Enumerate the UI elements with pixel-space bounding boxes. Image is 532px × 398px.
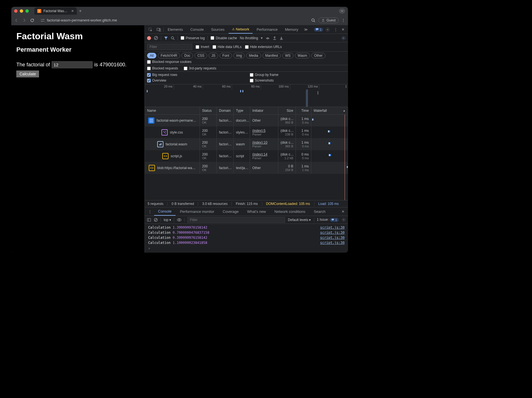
- more-menu-icon[interactable]: ⋮: [332, 26, 339, 33]
- chevron-down-icon[interactable]: ▾: [261, 36, 263, 40]
- calculate-button[interactable]: Calculate: [16, 71, 39, 77]
- col-status[interactable]: Status: [200, 107, 217, 114]
- tab-overflow-button[interactable]: [339, 8, 345, 14]
- browser-tab[interactable]: f Factorial Wasm (permanent \ ✕: [34, 7, 77, 15]
- console-prompt[interactable]: ›: [147, 245, 346, 252]
- tab-sources[interactable]: Sources: [208, 26, 228, 33]
- chip-img[interactable]: Img: [233, 53, 245, 58]
- profile-button[interactable]: Guest: [318, 18, 339, 23]
- factorial-input[interactable]: [52, 61, 93, 68]
- context-select[interactable]: top ▾: [164, 218, 171, 222]
- minimize-window-button[interactable]: [20, 9, 23, 13]
- col-waterfall[interactable]: Waterfall▲: [311, 107, 348, 114]
- chip-all[interactable]: All: [147, 53, 156, 58]
- export-har-icon[interactable]: [273, 36, 277, 40]
- table-row[interactable]: blob:https://factorial-wa… 200OK factori…: [145, 162, 348, 174]
- log-source-link[interactable]: script.js:30: [320, 236, 345, 240]
- screenshots-checkbox[interactable]: Screenshots: [250, 78, 346, 82]
- chip-font[interactable]: Font: [220, 53, 232, 58]
- network-filter-input[interactable]: [147, 44, 192, 50]
- tab-elements[interactable]: Elements: [164, 26, 186, 33]
- timeline-overview[interactable]: 20 ms 40 ms 60 ms 80 ms 100 ms 120 ms 1: [145, 84, 348, 107]
- blocked-requests-checkbox[interactable]: Blocked requests: [147, 66, 178, 70]
- log-source-link[interactable]: script.js:30: [320, 231, 345, 235]
- live-expression-icon[interactable]: [177, 218, 181, 222]
- chip-fetch[interactable]: Fetch/XHR: [158, 53, 180, 58]
- col-domain[interactable]: Domain: [217, 107, 234, 114]
- drawer-tab-whatsnew[interactable]: What's new: [243, 208, 270, 215]
- maximize-window-button[interactable]: [25, 9, 29, 13]
- blocked-cookies-checkbox[interactable]: Blocked response cookies: [147, 60, 191, 64]
- console-settings-icon[interactable]: [341, 218, 346, 222]
- zoom-icon[interactable]: [311, 18, 316, 23]
- console-sidebar-icon[interactable]: [147, 218, 151, 222]
- chip-doc[interactable]: Doc: [181, 53, 193, 58]
- drawer-menu-icon[interactable]: ⋮: [146, 208, 154, 215]
- device-toolbar-icon[interactable]: [155, 26, 163, 33]
- close-devtools-icon[interactable]: ✕: [340, 26, 346, 33]
- preserve-log-checkbox[interactable]: Preserve log: [181, 36, 205, 40]
- issues-link[interactable]: 1 Issue: 1: [317, 218, 339, 222]
- invert-checkbox[interactable]: Invert: [196, 45, 209, 49]
- close-window-button[interactable]: [14, 9, 17, 13]
- throttling-select[interactable]: No throttling: [240, 36, 258, 40]
- issues-button[interactable]: 1: [314, 28, 323, 32]
- site-settings-icon[interactable]: [41, 18, 45, 22]
- browser-menu-button[interactable]: ⋮: [341, 18, 345, 22]
- overview-checkbox[interactable]: Overview: [147, 78, 243, 82]
- new-tab-button[interactable]: +: [79, 8, 82, 14]
- drawer-tab-perfmon[interactable]: Performance monitor: [176, 208, 218, 215]
- close-drawer-icon[interactable]: ✕: [340, 208, 346, 215]
- drawer-tab-netcond[interactable]: Network conditions: [270, 208, 309, 215]
- network-conditions-icon[interactable]: [266, 36, 270, 40]
- clear-console-icon[interactable]: [154, 218, 158, 222]
- reload-button[interactable]: [30, 18, 34, 23]
- network-settings-icon[interactable]: [341, 36, 346, 40]
- search-icon[interactable]: [171, 36, 175, 40]
- tab-network[interactable]: Network: [229, 25, 253, 34]
- big-rows-checkbox[interactable]: Big request rows: [147, 73, 243, 77]
- tab-console[interactable]: Console: [187, 26, 207, 33]
- disable-cache-checkbox[interactable]: Disable cache: [211, 36, 237, 40]
- table-row[interactable]: script.js 200OK factori… script (index):…: [145, 150, 348, 162]
- chip-css[interactable]: CSS: [194, 53, 207, 58]
- chip-manifest[interactable]: Manifest: [262, 53, 281, 58]
- clear-button[interactable]: [154, 36, 158, 40]
- col-type[interactable]: Type: [234, 107, 250, 114]
- console-filter-input[interactable]: [187, 217, 285, 223]
- drawer-tab-console[interactable]: Console: [154, 207, 176, 216]
- group-by-frame-checkbox[interactable]: Group by frame: [250, 73, 346, 77]
- forward-button[interactable]: [22, 18, 27, 23]
- drawer-tab-search[interactable]: Search: [310, 208, 329, 215]
- table-row[interactable]: factorial.wasm 200OK factori… wasm (inde…: [145, 138, 348, 150]
- record-button[interactable]: [147, 36, 151, 40]
- col-size[interactable]: Size: [278, 107, 296, 114]
- col-initiator[interactable]: Initiator: [250, 107, 278, 114]
- back-button[interactable]: [14, 18, 19, 23]
- address-bar[interactable]: factorial-wasm-permanent-worker.glitch.m…: [38, 18, 308, 22]
- chip-wasm[interactable]: Wasm: [295, 53, 310, 58]
- table-row[interactable]: style.css 200OK factori… styles… (index)…: [145, 126, 348, 138]
- import-har-icon[interactable]: [279, 36, 283, 40]
- hide-data-urls-checkbox[interactable]: Hide data URLs: [213, 45, 242, 49]
- drawer-tab-coverage[interactable]: Coverage: [219, 208, 242, 215]
- chip-js[interactable]: JS: [209, 53, 218, 58]
- col-name[interactable]: Name: [145, 107, 200, 114]
- close-tab-icon[interactable]: ✕: [71, 9, 74, 13]
- filter-icon[interactable]: [164, 36, 168, 40]
- hide-extension-urls-checkbox[interactable]: Hide extension URLs: [245, 45, 282, 49]
- tab-memory[interactable]: Memory: [282, 26, 302, 33]
- log-levels-select[interactable]: Default levels ▾: [288, 218, 311, 222]
- log-source-link[interactable]: script.js:30: [320, 226, 345, 229]
- chip-other[interactable]: Other: [311, 53, 325, 58]
- more-tabs-icon[interactable]: ≫: [302, 26, 310, 33]
- col-time[interactable]: Time: [296, 107, 311, 114]
- tab-performance[interactable]: Performance: [253, 26, 281, 33]
- settings-icon[interactable]: [324, 26, 332, 33]
- chip-media[interactable]: Media: [246, 53, 261, 58]
- chip-ws[interactable]: WS: [282, 53, 293, 58]
- third-party-checkbox[interactable]: 3rd-party requests: [184, 66, 216, 70]
- table-row[interactable]: factorial-wasm-permane… 200OK factori… d…: [145, 115, 348, 126]
- log-source-link[interactable]: script.js:30: [320, 241, 345, 245]
- inspect-element-icon[interactable]: [146, 26, 154, 33]
